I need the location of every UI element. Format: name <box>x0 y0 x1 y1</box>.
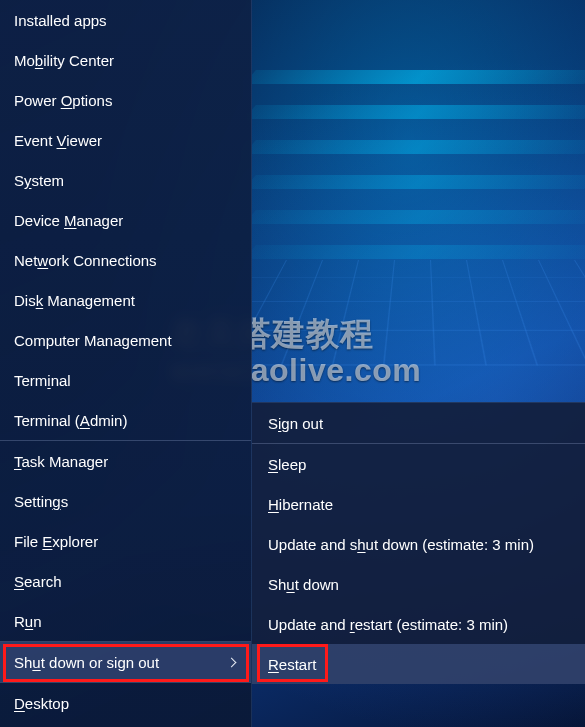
menu-item-label: Run <box>14 613 42 630</box>
menu-item-file-explorer[interactable]: File Explorer <box>0 521 251 561</box>
menu-item-label: Computer Management <box>14 332 172 349</box>
menu-item-label: Sleep <box>268 456 306 473</box>
menu-item-label: Update and restart (estimate: 3 min) <box>268 616 508 633</box>
menu-item-label: Shut down or sign out <box>14 654 159 671</box>
menu-item-terminal[interactable]: Terminal <box>0 360 251 400</box>
winx-main-menu: Installed appsMobility CenterPower Optio… <box>0 0 252 727</box>
menu-item-network-connections[interactable]: Network Connections <box>0 240 251 280</box>
menu-item-power-options[interactable]: Power Options <box>0 80 251 120</box>
submenu-item-sign-out[interactable]: Sign out <box>252 403 585 443</box>
menu-item-label: Network Connections <box>14 252 157 269</box>
menu-item-label: Event Viewer <box>14 132 102 149</box>
menu-item-run[interactable]: Run <box>0 601 251 641</box>
menu-item-settings[interactable]: Settings <box>0 481 251 521</box>
submenu-item-sleep[interactable]: Sleep <box>252 444 585 484</box>
menu-item-label: Power Options <box>14 92 112 109</box>
menu-item-shut-down-or-sign-out[interactable]: Shut down or sign out <box>0 642 251 682</box>
submenu-item-shut-down[interactable]: Shut down <box>252 564 585 604</box>
menu-item-label: Terminal <box>14 372 71 389</box>
menu-item-system[interactable]: System <box>0 160 251 200</box>
menu-item-device-manager[interactable]: Device Manager <box>0 200 251 240</box>
menu-item-search[interactable]: Search <box>0 561 251 601</box>
menu-item-label: Installed apps <box>14 12 107 29</box>
menu-item-label: Terminal (Admin) <box>14 412 127 429</box>
chevron-right-icon <box>227 658 237 668</box>
menu-item-installed-apps[interactable]: Installed apps <box>0 0 251 40</box>
menu-item-label: Device Manager <box>14 212 123 229</box>
menu-item-label: System <box>14 172 64 189</box>
menu-item-terminal-admin[interactable]: Terminal (Admin) <box>0 400 251 440</box>
submenu-item-restart[interactable]: Restart <box>252 644 585 684</box>
menu-item-event-viewer[interactable]: Event Viewer <box>0 120 251 160</box>
winx-power-submenu: Sign outSleepHibernateUpdate and shut do… <box>252 402 585 684</box>
menu-item-computer-management[interactable]: Computer Management <box>0 320 251 360</box>
menu-item-disk-management[interactable]: Disk Management <box>0 280 251 320</box>
menu-item-label: Hibernate <box>268 496 333 513</box>
submenu-item-update-and-shut-down-estimate-3-min[interactable]: Update and shut down (estimate: 3 min) <box>252 524 585 564</box>
menu-item-label: Sign out <box>268 415 323 432</box>
menu-item-label: Mobility Center <box>14 52 114 69</box>
menu-item-label: Task Manager <box>14 453 108 470</box>
menu-item-label: Shut down <box>268 576 339 593</box>
menu-item-label: Settings <box>14 493 68 510</box>
menu-item-desktop[interactable]: Desktop <box>0 683 251 723</box>
menu-item-label: Desktop <box>14 695 69 712</box>
menu-item-mobility-center[interactable]: Mobility Center <box>0 40 251 80</box>
menu-item-label: Update and shut down (estimate: 3 min) <box>268 536 534 553</box>
menu-item-label: File Explorer <box>14 533 98 550</box>
winx-menu-screenshot: 老吴搭建教程 weixiaolive.com Installed appsMob… <box>0 0 585 727</box>
menu-item-label: Search <box>14 573 62 590</box>
submenu-item-update-and-restart-estimate-3-min[interactable]: Update and restart (estimate: 3 min) <box>252 604 585 644</box>
menu-item-task-manager[interactable]: Task Manager <box>0 441 251 481</box>
submenu-item-hibernate[interactable]: Hibernate <box>252 484 585 524</box>
menu-item-label: Disk Management <box>14 292 135 309</box>
menu-item-label: Restart <box>268 656 316 673</box>
